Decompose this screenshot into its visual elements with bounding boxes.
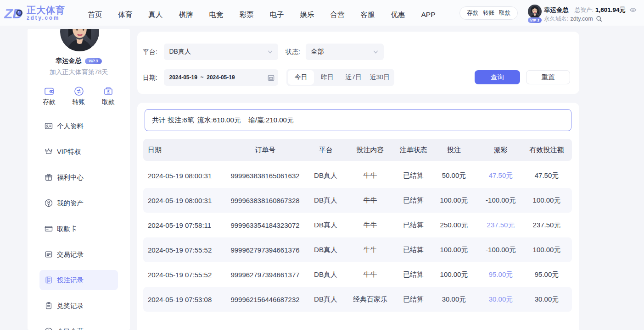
sidebar-menu-item[interactable]: 交易记录 [39, 244, 118, 264]
cell-valid-bet: 100.00元 [521, 196, 572, 205]
quick-action[interactable]: 存款 [39, 86, 59, 106]
wallet-action[interactable]: 存款 [467, 9, 478, 17]
reset-button[interactable]: 重置 [526, 70, 570, 84]
assets-label: 总资产: [575, 6, 594, 14]
nav-item[interactable]: 客服 [353, 10, 383, 20]
col-date: 日期 [143, 146, 220, 154]
date-range-input[interactable]: 2024-05-19 ~ 2024-05-19 [164, 69, 278, 86]
cell-valid-bet: 30.00元 [521, 295, 572, 304]
search-button[interactable]: 查询 [475, 70, 520, 84]
quick-action[interactable]: 转账 [69, 86, 89, 106]
cell-payout: 237.50元 [480, 221, 521, 230]
cell-date: 2024-05-19 07:58:11 [143, 221, 220, 229]
search-icon[interactable] [596, 16, 602, 22]
table-row[interactable]: 2024-05-19 07:55:52 999962797394661377 D… [143, 262, 572, 287]
cell-platform: DB真人 [310, 246, 342, 254]
eye-icon[interactable] [629, 7, 637, 13]
date-range-tab[interactable]: 近7日 [341, 70, 367, 85]
vip-badge: VIP 3 [528, 17, 542, 23]
sidebar-menu-item[interactable]: 取款卡 [39, 219, 118, 239]
cell-order-no: 999962156446687232 [220, 296, 310, 303]
wallet-action[interactable]: 转账 [483, 9, 494, 17]
main-nav: 首页体育真人棋牌电竞彩票电子娱乐合营客服优惠APP [80, 2, 443, 28]
logo-zd-icon: ZD [4, 5, 25, 22]
cell-bet: 30.00元 [428, 295, 480, 304]
user-avatar[interactable] [528, 5, 542, 18]
table-row[interactable]: 2024-05-19 08:00:31 999963838160867328 D… [143, 188, 572, 213]
sidebar-menu-item[interactable]: 投注记录 [39, 270, 118, 290]
nav-item[interactable]: 优惠 [383, 10, 413, 20]
sidebar-menu-item[interactable]: VIP特权 [39, 142, 118, 162]
sidebar-menu-icon [44, 224, 53, 233]
cell-payout: 30.00元 [480, 295, 521, 304]
nav-item[interactable]: 娱乐 [292, 10, 322, 20]
nav-item[interactable]: 电子 [262, 10, 292, 20]
nav-item[interactable]: APP [413, 11, 443, 19]
nav-item[interactable]: 棋牌 [171, 10, 201, 20]
nav-item[interactable]: 电竞 [201, 10, 231, 20]
cell-date: 2024-05-19 07:53:08 [143, 296, 220, 303]
cell-bet: 100.00元 [428, 246, 480, 254]
date-range-tabs: 今日昨日近7日近30日 [286, 69, 394, 86]
nav-item[interactable]: 真人 [140, 10, 171, 20]
sidebar-menu-icon [44, 121, 53, 131]
date-label: 日期: [143, 69, 157, 86]
cell-platform: DB真人 [310, 196, 342, 205]
sidebar: 幸运金总 VIP 3 加入正大体育第78天 存款 转账 取款 个人资料 VIP特… [28, 29, 130, 330]
cell-status: 已结算 [399, 171, 428, 180]
filter-panel: 平台: DB真人 状态: 全部 日期: 2024-05-19 ~ 2024-05… [137, 32, 579, 94]
table-row[interactable]: 2024-05-19 07:58:11 999963354184323072 D… [143, 213, 572, 237]
platform-select[interactable]: DB真人 [164, 44, 278, 60]
sidebar-menu-item[interactable]: 个人资料 [39, 116, 118, 136]
quick-action-icon [103, 86, 114, 97]
date-range-tab[interactable]: 近30日 [367, 70, 393, 85]
sidebar-menu-item[interactable]: 我的资产 [39, 193, 118, 213]
sidebar-menu-icon [44, 250, 53, 259]
sidebar-menu-icon [44, 301, 53, 310]
cell-payout: -100.00元 [480, 196, 521, 205]
quick-action-icon [44, 86, 55, 97]
cell-platform: DB真人 [310, 221, 342, 230]
summary-turnover: 流水:610.00元 [197, 116, 241, 125]
summary-total: 共计 投注:6笔 [152, 116, 194, 125]
quick-action[interactable]: 取款 [98, 86, 118, 106]
cell-valid-bet: 47.50元 [521, 171, 572, 180]
table-row[interactable]: 2024-05-19 08:00:31 999963838165061632 D… [143, 163, 572, 188]
date-range-tab[interactable]: 今日 [288, 70, 314, 85]
bet-records-table: 日期 订单号 平台 投注内容 注单状态 投注 派彩 有效投注额 2024-05-… [143, 139, 572, 312]
col-content: 投注内容 [342, 146, 399, 154]
nav-item[interactable]: 彩票 [231, 10, 262, 20]
cell-order-no: 999962797394661377 [220, 271, 310, 279]
cell-date: 2024-05-19 07:55:52 [143, 246, 220, 254]
profile-avatar[interactable] [60, 29, 99, 51]
cell-bet: 250.00元 [428, 221, 480, 230]
domain-value: zdty.com [570, 16, 593, 22]
col-payout: 派彩 [480, 146, 521, 154]
cell-payout: -100.00元 [480, 246, 521, 254]
wallet-action[interactable]: 取款 [499, 9, 510, 17]
chevron-down-icon [267, 49, 273, 55]
sidebar-menu-item[interactable]: 福利中心 [39, 167, 118, 187]
sidebar-menu-icon [44, 275, 53, 285]
cell-content: 牛牛 [342, 221, 399, 230]
cell-valid-bet: 100.00元 [521, 246, 572, 254]
date-range-tab[interactable]: 昨日 [314, 70, 340, 85]
sidebar-menu-icon [44, 327, 53, 330]
cell-content: 牛牛 [342, 246, 399, 254]
nav-item[interactable]: 首页 [80, 10, 110, 20]
table-row[interactable]: 2024-05-19 07:55:52 999962797394661376 D… [143, 237, 572, 262]
profile-vip-badge: VIP 3 [85, 58, 102, 64]
sidebar-menu-item[interactable]: 全民合营 [39, 321, 118, 330]
site-logo[interactable]: ZD 正大体育 zdty.com [4, 5, 65, 22]
nav-item[interactable]: 体育 [110, 10, 140, 20]
cell-content: 牛牛 [342, 171, 399, 180]
cell-bet: 100.00元 [428, 270, 480, 279]
nav-item[interactable]: 合营 [322, 10, 353, 20]
summary-bar: 共计 投注:6笔 流水:610.00元 输/赢:210.00元 [145, 109, 571, 131]
cell-status: 已结算 [399, 196, 428, 205]
table-row[interactable]: 2024-05-19 07:53:08 999962156446687232 D… [143, 287, 572, 312]
sidebar-menu-item[interactable]: 兑奖记录 [39, 296, 118, 316]
quick-actions: 存款 转账 取款 [28, 86, 130, 106]
status-select[interactable]: 全部 [306, 44, 384, 60]
cell-payout: 47.50元 [480, 171, 521, 180]
